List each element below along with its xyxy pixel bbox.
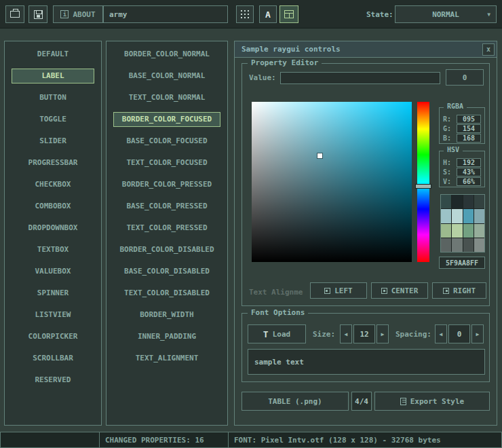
font-options-title: Font Options — [248, 308, 308, 317]
size-valuebox[interactable]: 12 — [353, 324, 375, 343]
spacing-valuebox[interactable]: 0 — [448, 324, 470, 343]
control-item-scrollbar[interactable]: SCROLLBAR — [12, 351, 94, 366]
control-item-slider[interactable]: SLIDER — [12, 134, 94, 149]
property-item-text-color-focused[interactable]: TEXT_COLOR_FOCUSED — [113, 155, 220, 170]
hue-slider[interactable] — [415, 184, 431, 189]
color-swatch[interactable] — [452, 238, 462, 252]
font-load-button[interactable]: T Load — [248, 324, 306, 343]
color-swatch[interactable] — [463, 238, 474, 252]
color-swatch[interactable] — [474, 209, 484, 223]
color-swatch[interactable] — [463, 195, 474, 208]
status-changed-properties: CHANGED PROPERTIES: 16 — [99, 432, 229, 448]
size-decrease-button[interactable]: ◀ — [340, 324, 352, 343]
v-label: V: — [443, 178, 451, 185]
color-swatch[interactable] — [452, 224, 462, 238]
pages-valuebox[interactable]: 4/4 — [351, 392, 372, 411]
r-value: 095 — [457, 115, 481, 124]
h-label: H: — [443, 159, 451, 166]
toolbar: i ABOUT army A State: NORMAL ▼ — [0, 0, 502, 29]
font-atlas-button[interactable] — [236, 5, 254, 23]
property-item-base-color-pressed[interactable]: BASE_COLOR_PRESSED — [113, 199, 220, 214]
property-item-text-color-disabled[interactable]: TEXT_COLOR_DISABLED — [113, 286, 220, 301]
spacing-decrease-button[interactable]: ◀ — [435, 324, 447, 343]
style-name-input[interactable]: army — [103, 5, 228, 23]
sample-text-input[interactable]: sample text — [248, 349, 485, 375]
about-button[interactable]: i ABOUT — [53, 5, 103, 23]
control-item-reserved[interactable]: RESERVED — [12, 373, 94, 388]
property-item-border-color-normal[interactable]: BORDER_COLOR_NORMAL — [113, 47, 220, 62]
align-center-button[interactable]: CENTER — [371, 282, 428, 299]
control-item-textbox[interactable]: TEXTBOX — [12, 242, 94, 257]
color-swatch[interactable] — [441, 209, 451, 223]
control-item-colorpicker[interactable]: COLORPICKER — [12, 329, 94, 344]
chevron-down-icon: ▼ — [487, 12, 490, 18]
color-swatch[interactable] — [474, 195, 484, 208]
status-font-info: FONT: Pixel Intv.otf (128 x 128) - 32768… — [228, 432, 502, 448]
property-item-inner-padding[interactable]: INNER_PADDING — [113, 329, 220, 344]
export-table-button[interactable]: TABLE (.png) — [242, 392, 349, 411]
value-button[interactable]: 0 — [446, 69, 484, 86]
v-value: 66% — [457, 177, 481, 186]
rgba-row-r: R: 095 — [443, 114, 481, 124]
color-swatch[interactable] — [441, 238, 451, 252]
align-right-button[interactable]: RIGHT — [432, 282, 486, 299]
align-left-button[interactable]: LEFT — [310, 282, 367, 299]
table-view-button[interactable] — [279, 5, 298, 23]
control-item-progressbar[interactable]: PROGRESSBAR — [12, 155, 94, 170]
property-item-text-alignment[interactable]: TEXT_ALIGNMENT — [113, 351, 220, 366]
align-center-label: CENTER — [391, 286, 419, 295]
save-icon — [34, 10, 43, 19]
table-icon — [284, 10, 294, 18]
property-item-border-color-focused[interactable]: BORDER_COLOR_FOCUSED — [113, 112, 220, 127]
state-dropdown[interactable]: NORMAL ▼ — [395, 5, 497, 23]
text-alignment-label: Text Alignme — [249, 288, 303, 297]
spacing-increase-button[interactable]: ▶ — [471, 324, 484, 343]
color-swatch[interactable] — [474, 238, 484, 252]
sv-cursor[interactable] — [317, 153, 322, 158]
s-label: S: — [443, 168, 451, 176]
color-swatch[interactable] — [463, 224, 474, 238]
close-button[interactable]: x — [482, 43, 495, 56]
color-swatch[interactable] — [474, 224, 484, 238]
property-item-border-color-pressed[interactable]: BORDER_COLOR_PRESSED — [113, 177, 220, 192]
color-swatch[interactable] — [452, 195, 462, 208]
state-label: State: — [366, 10, 393, 19]
property-item-base-color-normal[interactable]: BASE_COLOR_NORMAL — [113, 69, 220, 83]
sv-square[interactable] — [252, 102, 412, 262]
hsv-panel: HSV H: 192 S: 43% V: 66% — [439, 151, 485, 187]
hex-color-input[interactable]: 5F9AA8FF — [439, 257, 485, 269]
color-swatch[interactable] — [463, 209, 474, 223]
control-item-checkbox[interactable]: CHECKBOX — [12, 177, 94, 192]
value-input[interactable] — [280, 72, 440, 84]
color-swatch[interactable] — [441, 195, 451, 208]
export-style-button[interactable]: Export Style — [374, 392, 490, 411]
export-style-label: Export Style — [410, 397, 464, 406]
color-swatch[interactable] — [441, 224, 451, 238]
control-item-default[interactable]: DEFAULT — [12, 47, 94, 62]
font-text-button[interactable]: A — [259, 5, 277, 23]
property-item-text-color-pressed[interactable]: TEXT_COLOR_PRESSED — [113, 221, 220, 236]
control-item-combobox[interactable]: COMBOBOX — [12, 199, 94, 214]
property-item-base-color-disabled[interactable]: BASE_COLOR_DISABLED — [113, 264, 220, 279]
window-titlebar[interactable]: Sample raygui controls x — [235, 41, 497, 58]
property-item-text-color-normal[interactable]: TEXT_COLOR_NORMAL — [113, 90, 220, 105]
b-label: B: — [443, 134, 451, 142]
save-file-button[interactable] — [28, 5, 47, 23]
new-file-button[interactable] — [5, 5, 24, 23]
control-item-toggle[interactable]: TOGGLE — [12, 112, 94, 127]
style-color-grid — [440, 194, 485, 253]
rgba-panel: RGBA R: 095 G: 154 B: 168 — [439, 107, 485, 144]
property-item-border-width[interactable]: BORDER_WIDTH — [113, 307, 220, 322]
control-item-spinner[interactable]: SPINNER — [12, 286, 94, 301]
chevron-right-icon: ▶ — [476, 331, 480, 337]
control-item-listview[interactable]: LISTVIEW — [12, 307, 94, 322]
control-item-dropdownbox[interactable]: DROPDOWNBOX — [12, 221, 94, 236]
hue-bar[interactable] — [417, 102, 429, 262]
control-item-valuebox[interactable]: VALUEBOX — [12, 264, 94, 279]
control-item-label[interactable]: LABEL — [12, 69, 94, 83]
color-swatch[interactable] — [452, 209, 462, 223]
property-item-base-color-focused[interactable]: BASE_COLOR_FOCUSED — [113, 134, 220, 149]
control-item-button[interactable]: BUTTON — [12, 90, 94, 105]
size-increase-button[interactable]: ▶ — [376, 324, 389, 343]
property-item-border-color-disabled[interactable]: BORDER_COLOR_DISABLED — [113, 242, 220, 257]
